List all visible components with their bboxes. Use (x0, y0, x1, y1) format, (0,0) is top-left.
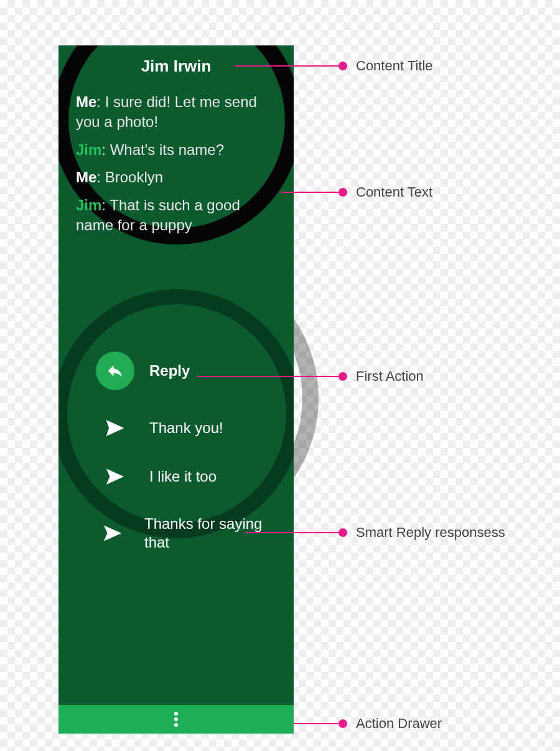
callout-dot (338, 188, 347, 197)
smart-reply-label: Thank you! (149, 419, 223, 437)
send-icon-slot (96, 466, 134, 487)
message-text: What's its name? (110, 141, 224, 158)
callout-text: Smart Reply responsess (356, 525, 505, 541)
reply-fab (96, 352, 134, 390)
send-icon-slot (96, 417, 134, 439)
callout-text: First Action (356, 368, 424, 385)
callout-content-text: Content Text (281, 184, 432, 200)
content-title: Jim Irwin (76, 57, 276, 76)
message-sender: Jim (76, 197, 101, 213)
send-icon (102, 523, 123, 544)
reply-action[interactable]: Reply (96, 352, 269, 390)
callout-text: Content Text (356, 184, 432, 200)
callout-dot (338, 719, 347, 728)
send-icon (105, 466, 126, 487)
send-icon (105, 417, 126, 439)
send-icon-slot (96, 523, 129, 544)
message-row: Me: Brooklyn (76, 167, 276, 187)
message-row: Me: I sure did! Let me send you a photo! (76, 92, 276, 133)
reply-label: Reply (149, 362, 190, 380)
smart-reply-label: Thanks for saying that (144, 515, 269, 552)
watch-panel: Jim Irwin Me: I sure did! Let me send yo… (58, 45, 294, 734)
smart-reply-item[interactable]: Thanks for saying that (96, 515, 269, 552)
message-sender: Me (76, 93, 96, 110)
overflow-dots-icon (174, 710, 178, 729)
notification-content: Jim Irwin Me: I sure did! Let me send yo… (58, 45, 294, 243)
reply-icon-slot (96, 352, 134, 390)
callout-dot (338, 528, 347, 537)
message-text: Brooklyn (105, 169, 163, 185)
callout-dot (338, 372, 347, 381)
message-row: Jim: That is such a good name for a pupp… (76, 195, 276, 236)
action-drawer[interactable] (58, 705, 294, 734)
smart-reply-label: I like it too (149, 467, 217, 486)
message-sender: Jim (76, 141, 101, 158)
message-row: Jim: What's its name? (76, 140, 276, 160)
smart-reply-item[interactable]: Thank you! (96, 417, 269, 439)
actions-list: Reply Thank you! I like it too (58, 352, 294, 552)
reply-arrow-icon (106, 362, 124, 380)
smart-reply-item[interactable]: I like it too (96, 466, 269, 487)
callout-text: Content Title (356, 58, 433, 74)
message-sender: Me (76, 169, 96, 185)
callout-dot (338, 62, 347, 70)
callout-text: Action Drawer (356, 716, 442, 732)
